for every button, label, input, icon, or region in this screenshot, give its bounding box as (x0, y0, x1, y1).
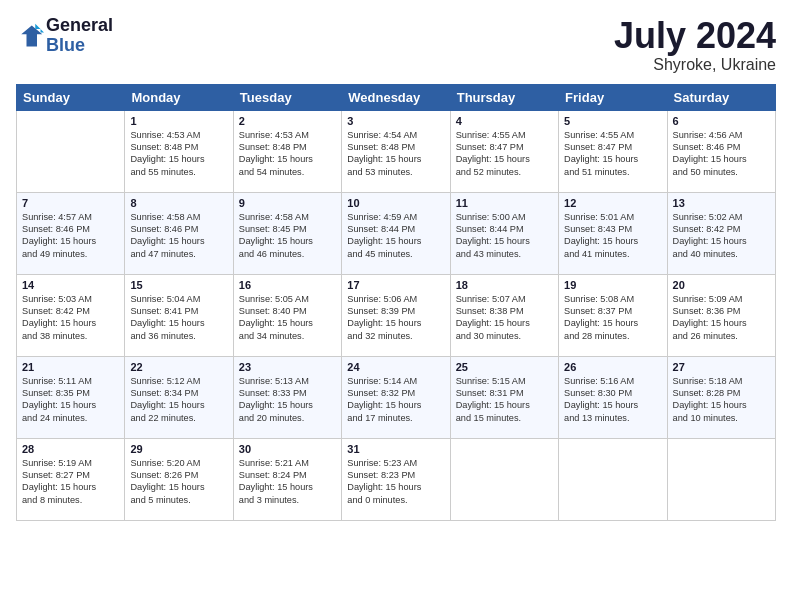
cell-info: Sunrise: 4:58 AM Sunset: 8:45 PM Dayligh… (239, 211, 336, 261)
cell-info: Sunrise: 5:12 AM Sunset: 8:34 PM Dayligh… (130, 375, 227, 425)
calendar-cell: 9Sunrise: 4:58 AM Sunset: 8:45 PM Daylig… (233, 192, 341, 274)
week-row-4: 21Sunrise: 5:11 AM Sunset: 8:35 PM Dayli… (17, 356, 776, 438)
day-number: 15 (130, 279, 227, 291)
cell-info: Sunrise: 5:07 AM Sunset: 8:38 PM Dayligh… (456, 293, 553, 343)
cell-info: Sunrise: 4:53 AM Sunset: 8:48 PM Dayligh… (130, 129, 227, 179)
week-row-5: 28Sunrise: 5:19 AM Sunset: 8:27 PM Dayli… (17, 438, 776, 520)
day-number: 27 (673, 361, 770, 373)
day-number: 18 (456, 279, 553, 291)
day-number: 14 (22, 279, 119, 291)
cell-info: Sunrise: 5:02 AM Sunset: 8:42 PM Dayligh… (673, 211, 770, 261)
calendar-cell: 10Sunrise: 4:59 AM Sunset: 8:44 PM Dayli… (342, 192, 450, 274)
day-number: 1 (130, 115, 227, 127)
calendar-cell: 19Sunrise: 5:08 AM Sunset: 8:37 PM Dayli… (559, 274, 667, 356)
calendar-cell: 16Sunrise: 5:05 AM Sunset: 8:40 PM Dayli… (233, 274, 341, 356)
day-number: 26 (564, 361, 661, 373)
calendar-cell: 5Sunrise: 4:55 AM Sunset: 8:47 PM Daylig… (559, 110, 667, 192)
weekday-header-friday: Friday (559, 84, 667, 110)
calendar-cell: 18Sunrise: 5:07 AM Sunset: 8:38 PM Dayli… (450, 274, 558, 356)
cell-info: Sunrise: 4:56 AM Sunset: 8:46 PM Dayligh… (673, 129, 770, 179)
cell-info: Sunrise: 4:55 AM Sunset: 8:47 PM Dayligh… (456, 129, 553, 179)
calendar-cell: 4Sunrise: 4:55 AM Sunset: 8:47 PM Daylig… (450, 110, 558, 192)
calendar-cell: 17Sunrise: 5:06 AM Sunset: 8:39 PM Dayli… (342, 274, 450, 356)
cell-info: Sunrise: 5:21 AM Sunset: 8:24 PM Dayligh… (239, 457, 336, 507)
cell-info: Sunrise: 5:08 AM Sunset: 8:37 PM Dayligh… (564, 293, 661, 343)
calendar-cell: 1Sunrise: 4:53 AM Sunset: 8:48 PM Daylig… (125, 110, 233, 192)
calendar-cell: 8Sunrise: 4:58 AM Sunset: 8:46 PM Daylig… (125, 192, 233, 274)
calendar-cell: 24Sunrise: 5:14 AM Sunset: 8:32 PM Dayli… (342, 356, 450, 438)
calendar-cell: 26Sunrise: 5:16 AM Sunset: 8:30 PM Dayli… (559, 356, 667, 438)
month-year: July 2024 (614, 16, 776, 56)
cell-info: Sunrise: 5:23 AM Sunset: 8:23 PM Dayligh… (347, 457, 444, 507)
logo-line1: General (46, 16, 113, 36)
calendar-cell: 23Sunrise: 5:13 AM Sunset: 8:33 PM Dayli… (233, 356, 341, 438)
cell-info: Sunrise: 5:01 AM Sunset: 8:43 PM Dayligh… (564, 211, 661, 261)
calendar-cell: 14Sunrise: 5:03 AM Sunset: 8:42 PM Dayli… (17, 274, 125, 356)
cell-info: Sunrise: 5:00 AM Sunset: 8:44 PM Dayligh… (456, 211, 553, 261)
day-number: 6 (673, 115, 770, 127)
day-number: 29 (130, 443, 227, 455)
cell-info: Sunrise: 5:15 AM Sunset: 8:31 PM Dayligh… (456, 375, 553, 425)
day-number: 13 (673, 197, 770, 209)
cell-info: Sunrise: 5:05 AM Sunset: 8:40 PM Dayligh… (239, 293, 336, 343)
day-number: 19 (564, 279, 661, 291)
day-number: 2 (239, 115, 336, 127)
header: General Blue July 2024 Shyroke, Ukraine (16, 16, 776, 74)
cell-info: Sunrise: 5:14 AM Sunset: 8:32 PM Dayligh… (347, 375, 444, 425)
day-number: 20 (673, 279, 770, 291)
week-row-1: 1Sunrise: 4:53 AM Sunset: 8:48 PM Daylig… (17, 110, 776, 192)
day-number: 4 (456, 115, 553, 127)
calendar-cell: 22Sunrise: 5:12 AM Sunset: 8:34 PM Dayli… (125, 356, 233, 438)
cell-info: Sunrise: 4:57 AM Sunset: 8:46 PM Dayligh… (22, 211, 119, 261)
cell-info: Sunrise: 5:09 AM Sunset: 8:36 PM Dayligh… (673, 293, 770, 343)
logo-icon (16, 22, 44, 50)
cell-info: Sunrise: 5:16 AM Sunset: 8:30 PM Dayligh… (564, 375, 661, 425)
day-number: 11 (456, 197, 553, 209)
day-number: 12 (564, 197, 661, 209)
cell-info: Sunrise: 5:20 AM Sunset: 8:26 PM Dayligh… (130, 457, 227, 507)
logo: General Blue (16, 16, 113, 56)
weekday-header-thursday: Thursday (450, 84, 558, 110)
logo-line2: Blue (46, 36, 113, 56)
day-number: 5 (564, 115, 661, 127)
calendar-cell: 6Sunrise: 4:56 AM Sunset: 8:46 PM Daylig… (667, 110, 775, 192)
day-number: 28 (22, 443, 119, 455)
calendar-cell: 29Sunrise: 5:20 AM Sunset: 8:26 PM Dayli… (125, 438, 233, 520)
day-number: 30 (239, 443, 336, 455)
calendar-cell: 27Sunrise: 5:18 AM Sunset: 8:28 PM Dayli… (667, 356, 775, 438)
calendar-cell: 2Sunrise: 4:53 AM Sunset: 8:48 PM Daylig… (233, 110, 341, 192)
calendar-cell: 31Sunrise: 5:23 AM Sunset: 8:23 PM Dayli… (342, 438, 450, 520)
calendar-cell (667, 438, 775, 520)
cell-info: Sunrise: 4:53 AM Sunset: 8:48 PM Dayligh… (239, 129, 336, 179)
main-container: General Blue July 2024 Shyroke, Ukraine … (0, 0, 792, 612)
day-number: 17 (347, 279, 444, 291)
calendar-cell: 7Sunrise: 4:57 AM Sunset: 8:46 PM Daylig… (17, 192, 125, 274)
day-number: 31 (347, 443, 444, 455)
cell-info: Sunrise: 5:19 AM Sunset: 8:27 PM Dayligh… (22, 457, 119, 507)
weekday-header-saturday: Saturday (667, 84, 775, 110)
day-number: 9 (239, 197, 336, 209)
title-block: July 2024 Shyroke, Ukraine (614, 16, 776, 74)
calendar-cell (17, 110, 125, 192)
weekday-header-tuesday: Tuesday (233, 84, 341, 110)
cell-info: Sunrise: 5:06 AM Sunset: 8:39 PM Dayligh… (347, 293, 444, 343)
cell-info: Sunrise: 5:13 AM Sunset: 8:33 PM Dayligh… (239, 375, 336, 425)
day-number: 23 (239, 361, 336, 373)
weekday-header-wednesday: Wednesday (342, 84, 450, 110)
calendar-cell: 13Sunrise: 5:02 AM Sunset: 8:42 PM Dayli… (667, 192, 775, 274)
week-row-3: 14Sunrise: 5:03 AM Sunset: 8:42 PM Dayli… (17, 274, 776, 356)
calendar-cell: 15Sunrise: 5:04 AM Sunset: 8:41 PM Dayli… (125, 274, 233, 356)
cell-info: Sunrise: 4:54 AM Sunset: 8:48 PM Dayligh… (347, 129, 444, 179)
calendar-cell: 25Sunrise: 5:15 AM Sunset: 8:31 PM Dayli… (450, 356, 558, 438)
weekday-header-sunday: Sunday (17, 84, 125, 110)
day-number: 22 (130, 361, 227, 373)
day-number: 24 (347, 361, 444, 373)
day-number: 7 (22, 197, 119, 209)
day-number: 21 (22, 361, 119, 373)
calendar-cell: 12Sunrise: 5:01 AM Sunset: 8:43 PM Dayli… (559, 192, 667, 274)
cell-info: Sunrise: 4:58 AM Sunset: 8:46 PM Dayligh… (130, 211, 227, 261)
day-number: 8 (130, 197, 227, 209)
cell-info: Sunrise: 4:59 AM Sunset: 8:44 PM Dayligh… (347, 211, 444, 261)
day-number: 16 (239, 279, 336, 291)
calendar-cell: 3Sunrise: 4:54 AM Sunset: 8:48 PM Daylig… (342, 110, 450, 192)
